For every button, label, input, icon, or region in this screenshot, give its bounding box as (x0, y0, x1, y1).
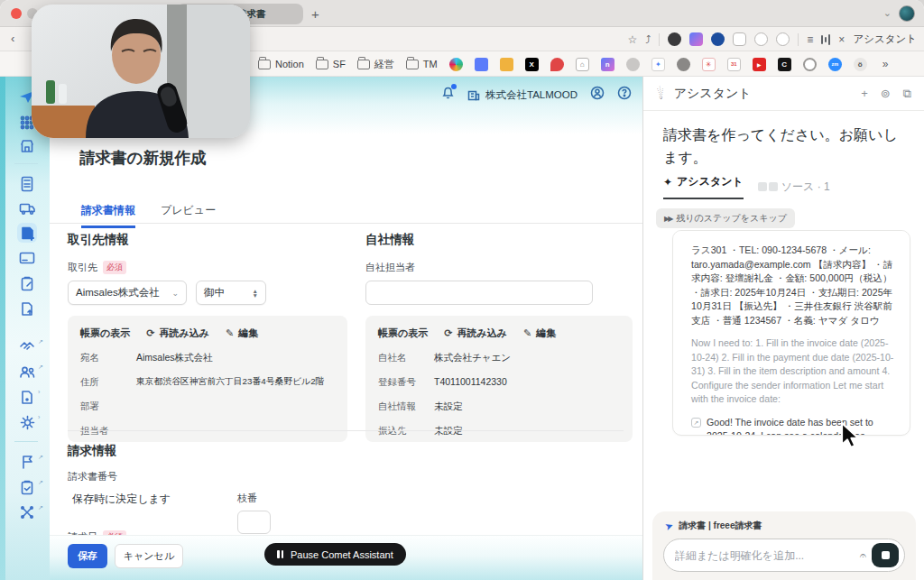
home-icon[interactable]: ⌂ (576, 58, 589, 71)
card-row: 住所東京都渋谷区神宮前六丁目23番4号桑野ビル2階 (80, 376, 335, 389)
company-switcher[interactable]: 株式会社TALMOOD (467, 88, 578, 102)
star-icon[interactable]: ☆ (628, 33, 638, 46)
edit-button[interactable]: ✎編集 (226, 327, 258, 340)
bookmark-folder-sf[interactable]: SF (316, 59, 346, 69)
bookmark-folder-keiei[interactable]: 経営 (357, 58, 394, 71)
account-icon[interactable] (590, 86, 605, 104)
invoice-number-value: 保存時に決定します (68, 492, 624, 507)
reading-list-icon[interactable]: ≡ (807, 33, 813, 46)
fast-forward-icon: ▶▶ (664, 215, 671, 223)
settings-gear-icon[interactable] (17, 412, 37, 432)
gemini-icon[interactable]: ✦ (651, 58, 665, 71)
new-tab-button[interactable]: + (311, 6, 319, 22)
save-button[interactable]: 保存 (68, 544, 107, 568)
new-thread-icon[interactable]: + (861, 87, 868, 101)
divider (798, 33, 799, 46)
pencil-icon: ✎ (226, 327, 234, 339)
display-label: 帳票の表示 (378, 327, 428, 340)
gear-icon[interactable] (677, 58, 690, 71)
handshake-icon[interactable] (17, 336, 37, 356)
tab-preview[interactable]: プレビュー (161, 203, 216, 228)
share-icon[interactable]: ⤴ (645, 33, 651, 46)
chat-extension-icon[interactable] (754, 32, 768, 46)
reload-button[interactable]: ⟳再読み込み (146, 327, 209, 340)
branch-input[interactable] (237, 511, 271, 534)
back-icon[interactable]: ‹ (11, 32, 14, 45)
company-contact-input[interactable] (365, 281, 593, 305)
edit-button[interactable]: ✎編集 (523, 327, 556, 340)
bookmark-folder-notion[interactable]: Notion (258, 59, 304, 69)
company-section-title: 自社情報 (365, 232, 633, 248)
honorific-select[interactable]: 御中 ▲▼ (196, 281, 266, 305)
tune-icon[interactable] (821, 34, 830, 45)
tab-invoice-info[interactable]: 請求書情報 (81, 203, 135, 228)
calendar-icon[interactable]: 31 (727, 58, 741, 71)
clipboard-check-icon[interactable] (17, 477, 37, 497)
message-detail-text: ラス301 ・TEL: 090-1234-5678 ・メール: taro.yam… (691, 244, 899, 327)
claude-icon[interactable]: C (778, 58, 791, 71)
expand-icon[interactable]: ⧉ (903, 87, 911, 101)
chevron-down-icon[interactable]: ⌄ (883, 7, 892, 19)
target-icon[interactable] (803, 58, 817, 71)
profile-avatar[interactable] (899, 5, 915, 22)
required-badge: 必須 (103, 261, 126, 274)
reload-button[interactable]: ⟳再読み込み (444, 327, 507, 340)
truck-icon[interactable] (17, 198, 37, 218)
tab-assistant[interactable]: ✦ アシスタント (663, 174, 744, 199)
paw-icon[interactable] (626, 58, 640, 71)
storefront-icon[interactable] (17, 136, 37, 156)
tab-sources[interactable]: ソース · 1 (758, 180, 830, 195)
partner-section-title: 取引先情報 (68, 232, 347, 248)
document-upload-icon[interactable] (17, 299, 37, 318)
bot-icon[interactable]: ö (854, 58, 867, 71)
close-window-button[interactable] (11, 8, 22, 19)
zoom-icon[interactable]: zm (828, 58, 842, 71)
notifications-bell-icon[interactable] (441, 86, 455, 104)
members-icon[interactable] (17, 362, 37, 382)
divider (68, 430, 624, 431)
integrations-icon[interactable] (17, 502, 37, 522)
invoice-create-icon[interactable] (17, 223, 37, 243)
dark-extension-icon[interactable] (668, 32, 681, 46)
company-display-card: 帳票の表示 ⟳再読み込み ✎編集 自社名株式会社チャエン 登録番号T401100… (365, 316, 633, 442)
help-icon[interactable] (617, 86, 632, 104)
assistant-input[interactable] (675, 549, 860, 562)
navy-extension-icon[interactable] (711, 32, 725, 46)
invoice-number-label: 請求書番号 (68, 470, 624, 483)
bookmarks-overflow-button[interactable]: » (882, 58, 889, 70)
globe-icon[interactable]: ⊚ (881, 87, 891, 101)
notion-extension-icon[interactable] (689, 32, 703, 46)
pause-comet-assistant-button[interactable]: Pause Comet Assistant (264, 543, 406, 566)
clipboard-edit-icon[interactable] (17, 273, 37, 293)
close-assistant-icon[interactable]: × (838, 33, 845, 46)
youtube-icon[interactable]: ▶ (753, 58, 766, 71)
x-icon[interactable]: X (525, 58, 539, 71)
bookmark-folder-tm[interactable]: TM (406, 59, 438, 69)
burst-icon[interactable]: ✳ (702, 58, 716, 71)
assistant-toggle-button[interactable]: アシスタント (853, 32, 917, 46)
form-footer: 保存 キャンセル Pause Comet Assistant (50, 535, 642, 580)
notion-icon[interactable]: n (601, 58, 614, 71)
pin-icon[interactable] (550, 58, 564, 71)
partner-field-label: 取引先 (68, 261, 97, 274)
partner-select[interactable]: Aimsales株式会社 ⌄ (68, 281, 187, 305)
reload-icon: ⟳ (444, 327, 452, 339)
context-chip[interactable]: ➤ 請求書 | freee請求書 (665, 520, 762, 532)
paperclip-icon[interactable]: 𝄐 (860, 548, 866, 563)
flag-icon[interactable] (17, 452, 37, 472)
calculator-icon[interactable] (17, 174, 37, 194)
home-extension-icon[interactable] (776, 32, 790, 46)
chat-yellow-icon[interactable] (500, 58, 513, 71)
slack-icon[interactable] (449, 58, 463, 71)
stop-button[interactable] (872, 543, 899, 567)
folder-icon (316, 60, 328, 69)
document-menu-icon[interactable] (17, 387, 37, 407)
cancel-button[interactable]: キャンセル (115, 544, 183, 568)
app-blue-icon[interactable] (475, 58, 488, 71)
company-contact-label: 自社担当者 (365, 261, 415, 274)
download-extension-icon[interactable] (733, 32, 746, 46)
bottle (46, 80, 55, 104)
skip-steps-button[interactable]: ▶▶ 残りのステップをスキップ (656, 208, 795, 228)
card-row: 自社名株式会社チャエン (378, 352, 620, 364)
card-icon[interactable] (17, 248, 37, 268)
